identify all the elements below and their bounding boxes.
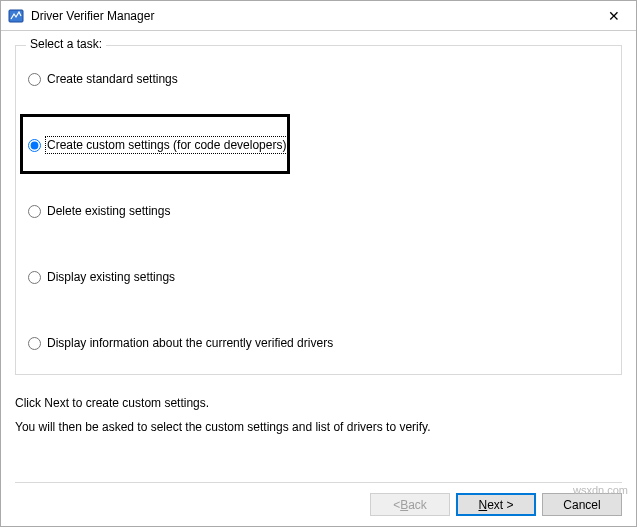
option-create-custom[interactable]: Create custom settings (for code develop… [28, 138, 286, 152]
radio-create-standard[interactable] [28, 73, 41, 86]
wizard-buttons: < Back Next > Cancel [15, 482, 622, 516]
info-text: Click Next to create custom settings. Yo… [15, 393, 622, 438]
next-button[interactable]: Next > [456, 493, 536, 516]
cancel-button[interactable]: Cancel [542, 493, 622, 516]
close-button[interactable]: ✕ [591, 1, 636, 31]
window-title: Driver Verifier Manager [31, 9, 591, 23]
groupbox-label: Select a task: [26, 37, 106, 51]
back-button: < Back [370, 493, 450, 516]
radio-create-custom[interactable] [28, 139, 41, 152]
option-label: Create standard settings [47, 72, 178, 86]
radio-display-existing[interactable] [28, 271, 41, 284]
option-delete-existing[interactable]: Delete existing settings [28, 204, 170, 218]
option-display-existing[interactable]: Display existing settings [28, 270, 175, 284]
radio-display-info[interactable] [28, 337, 41, 350]
window-root: Driver Verifier Manager ✕ Select a task:… [0, 0, 637, 527]
option-label: Display existing settings [47, 270, 175, 284]
option-create-standard[interactable]: Create standard settings [28, 72, 178, 86]
titlebar: Driver Verifier Manager ✕ [1, 1, 636, 31]
option-display-info[interactable]: Display information about the currently … [28, 336, 333, 350]
info-line-1: Click Next to create custom settings. [15, 393, 622, 413]
option-label: Display information about the currently … [47, 336, 333, 350]
info-line-2: You will then be asked to select the cus… [15, 417, 622, 437]
task-groupbox: Select a task: Create standard settings … [15, 45, 622, 375]
option-label: Delete existing settings [47, 204, 170, 218]
radio-delete-existing[interactable] [28, 205, 41, 218]
app-icon [7, 7, 25, 25]
content-area: Select a task: Create standard settings … [1, 31, 636, 526]
option-label: Create custom settings (for code develop… [47, 138, 286, 152]
close-icon: ✕ [608, 8, 620, 24]
